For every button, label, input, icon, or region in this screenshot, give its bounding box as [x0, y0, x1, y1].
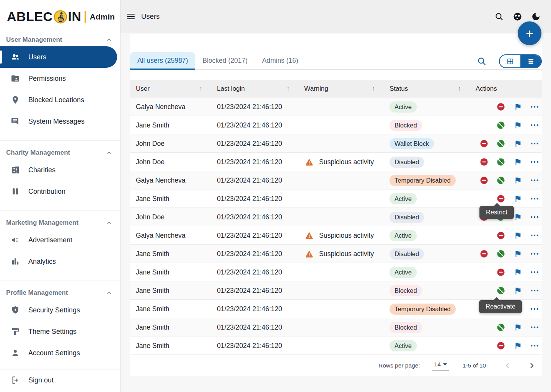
sidebar-item-contribution[interactable]: Contribution [0, 181, 120, 202]
section-header-marketing-management[interactable]: Marketing Management [0, 216, 120, 229]
status-cell: Disabled [390, 212, 476, 223]
more-button[interactable] [526, 281, 543, 300]
column-header-last-login[interactable]: Last login↑ [217, 85, 304, 93]
sign-out-button[interactable]: Sign out [0, 369, 120, 391]
user-row: Jane Smith01/23/2024 21:46:120Suspicious… [130, 245, 542, 263]
more-button[interactable] [526, 245, 543, 263]
table-search-icon[interactable] [477, 56, 487, 66]
sidebar-item-system-messages[interactable]: System Messages [0, 111, 120, 132]
flag-button[interactable] [509, 171, 526, 189]
column-label: Actions [476, 85, 497, 93]
section-label: Marketing Management [6, 219, 78, 227]
grid-view-button[interactable] [500, 55, 520, 67]
more-button[interactable] [526, 189, 543, 208]
user-row: Jane Smith01/23/2024 21:46:120Blocked [130, 318, 542, 336]
more-button[interactable] [526, 336, 543, 355]
restrict-button[interactable] [492, 98, 509, 116]
section-header-user-management[interactable]: User Management [0, 33, 120, 46]
grid-view-icon [506, 57, 514, 65]
sidebar-item-analytics[interactable]: Analytics [0, 251, 120, 272]
flag-button[interactable] [509, 189, 526, 208]
column-header-warning[interactable]: Warning↑ [304, 85, 390, 93]
restrict-button[interactable] [476, 171, 492, 189]
previous-page-button[interactable] [503, 361, 512, 370]
more-button[interactable] [526, 116, 543, 134]
more-button[interactable] [526, 98, 543, 116]
restrict-button[interactable] [492, 263, 509, 281]
more-button[interactable] [526, 300, 543, 318]
flag-button[interactable] [509, 281, 526, 300]
reactivate-button[interactable] [492, 134, 509, 153]
tab-blocked[interactable]: Blocked (2017) [195, 52, 255, 69]
sidebar-item-security-settings[interactable]: Security Settings [0, 299, 120, 321]
more-button[interactable] [526, 318, 543, 336]
reactivate-button[interactable] [492, 116, 509, 134]
more-button[interactable] [526, 134, 543, 153]
section-header-profile-management[interactable]: Profile Management [0, 286, 120, 299]
flag-button[interactable] [509, 153, 526, 171]
status-cell: Wallet Block [390, 138, 476, 149]
flag-button[interactable] [509, 245, 526, 263]
add-user-fab-button[interactable]: + [518, 21, 541, 45]
more-button[interactable] [526, 171, 543, 189]
reactivate-button[interactable] [492, 318, 509, 336]
column-header-user[interactable]: User↑ [136, 85, 217, 93]
last-login-cell: 01/23/2024 21:46:120 [217, 268, 304, 276]
section-header-charity-management[interactable]: Charity Management [0, 146, 120, 159]
dark-mode-moon-icon[interactable] [531, 12, 541, 21]
sort-arrow-icon[interactable]: ↑ [199, 85, 203, 93]
warning-cell: Suspicious activity [304, 249, 390, 258]
more-button[interactable] [526, 153, 543, 171]
more-button[interactable] [526, 208, 543, 226]
sidebar-item-account-settings[interactable]: Account Settings [0, 342, 120, 364]
sidebar-item-blocked-locations[interactable]: Blocked Locations [0, 89, 120, 111]
next-page-button[interactable] [527, 361, 536, 370]
sort-arrow-icon[interactable]: ↑ [287, 85, 290, 93]
rows-per-page-select[interactable]: 14 [432, 360, 449, 371]
flag-icon [514, 158, 522, 166]
more-icon [530, 341, 539, 350]
sort-arrow-icon[interactable]: ↑ [372, 85, 375, 93]
sidebar-section: Charity ManagementCharitiesContribution [0, 140, 120, 202]
hamburger-menu-icon[interactable] [126, 12, 135, 21]
status-badge: Temporary Disabled [390, 304, 456, 315]
flag-button[interactable] [509, 116, 526, 134]
flag-button[interactable] [509, 134, 526, 153]
more-button[interactable] [526, 226, 543, 245]
actions-cell [476, 263, 545, 281]
sidebar-item-advertisement[interactable]: Advertisement [0, 229, 120, 251]
search-icon[interactable] [494, 12, 504, 21]
flag-button[interactable] [509, 98, 526, 116]
column-header-status[interactable]: Status↑ [390, 85, 476, 93]
last-login-cell: 01/23/2024 21:46:120 [217, 305, 304, 313]
more-button[interactable] [526, 263, 543, 281]
megaphone-icon [11, 235, 20, 245]
reactivate-button[interactable] [492, 153, 509, 171]
sidebar-item-charities[interactable]: Charities [0, 159, 120, 181]
tab-admins[interactable]: Admins (16) [255, 52, 305, 69]
sidebar-item-users[interactable]: Users [0, 46, 117, 68]
sidebar-section: Profile ManagementSecurity SettingsTheme… [0, 281, 120, 364]
list-view-icon [527, 57, 535, 65]
flag-button[interactable] [509, 226, 526, 245]
sidebar-item-permissions[interactable]: Permissions [0, 68, 120, 89]
flag-button[interactable] [509, 318, 526, 336]
restrict-button[interactable] [476, 153, 492, 171]
restrict-button[interactable] [492, 226, 509, 245]
reactivate-button[interactable] [492, 245, 509, 263]
sidebar-item-theme-settings[interactable]: Theme Settings [0, 321, 120, 342]
globe-icon[interactable] [513, 12, 522, 21]
sort-arrow-icon[interactable]: ↑ [458, 85, 461, 93]
flag-button[interactable] [509, 336, 526, 355]
restrict-button[interactable] [476, 134, 492, 153]
list-view-button[interactable] [520, 55, 541, 67]
tab-all[interactable]: All users (25987) [130, 52, 195, 69]
restrict-button[interactable] [476, 245, 492, 263]
flag-button[interactable] [509, 263, 526, 281]
user-row: Jane Smith01/23/2024 21:46:120Active [130, 263, 542, 281]
restrict-button[interactable] [492, 336, 509, 355]
status-badge: Active [390, 101, 417, 113]
actions-cell [476, 134, 545, 153]
reactivate-button[interactable] [492, 171, 509, 189]
empty-action-slot [476, 281, 492, 300]
